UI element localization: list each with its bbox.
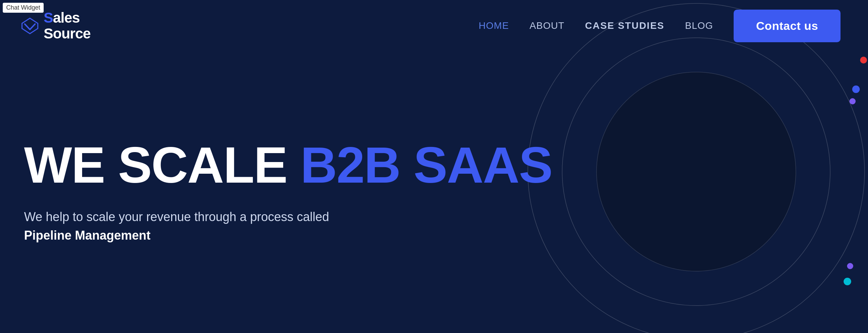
hero-section: WE SCALE B2B SAAS We help to scale your … (0, 51, 868, 333)
hero-subtitle-bold: Pipeline Management (24, 228, 151, 242)
hero-subtitle-plain: We help to scale your revenue through a … (24, 210, 329, 224)
nav-about[interactable]: ABOUT (530, 20, 564, 31)
svg-marker-8 (22, 18, 38, 34)
page-wrapper: Chat Widget (0, 0, 868, 333)
navbar: Sales Source HOME ABOUT CASE STUDIES BLO… (0, 0, 868, 51)
logo-line2: Source (44, 26, 90, 42)
hero-title: WE SCALE B2B SAAS (24, 140, 841, 191)
hero-title-blue: B2B SAAS (300, 137, 552, 193)
nav-links: HOME ABOUT CASE STUDIES BLOG Contact us (479, 10, 841, 42)
nav-home[interactable]: HOME (479, 20, 509, 31)
chat-widget-badge: Chat Widget (3, 3, 44, 13)
logo-text: Sales Source (44, 10, 90, 42)
nav-case-studies[interactable]: CASE STUDIES (585, 20, 665, 31)
hero-title-white: WE SCALE (24, 137, 300, 193)
logo-area[interactable]: Sales Source (21, 10, 90, 42)
hero-subtitle: We help to scale your revenue through a … (24, 208, 333, 245)
logo-line1: Sales (44, 10, 90, 26)
nav-blog[interactable]: BLOG (685, 20, 713, 31)
contact-button[interactable]: Contact us (734, 10, 841, 42)
logo-icon (21, 16, 40, 35)
